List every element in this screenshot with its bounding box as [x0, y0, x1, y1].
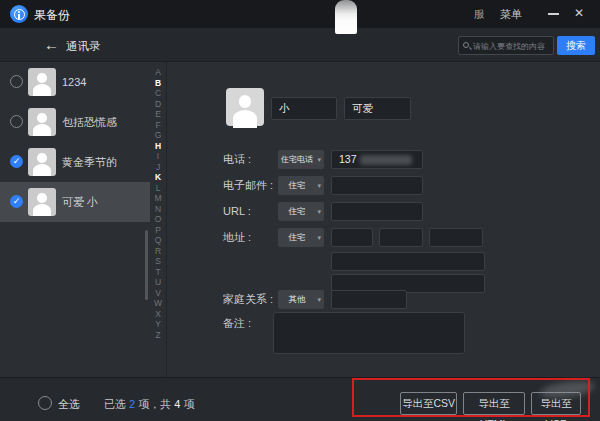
alphabet-letter-K[interactable]: K	[155, 172, 161, 183]
email-field[interactable]	[331, 176, 423, 195]
url-type-dropdown[interactable]: 住宅 ▾	[278, 202, 324, 221]
alphabet-letter-F[interactable]: F	[155, 120, 160, 131]
family-relation-field[interactable]	[331, 290, 407, 309]
chevron-down-icon: ▾	[317, 202, 321, 221]
contact-name: 可爱 小	[62, 182, 98, 222]
minimize-button[interactable]	[548, 13, 559, 15]
contact-row[interactable]: 包括恐慌感	[0, 102, 150, 142]
alphabet-letter-X[interactable]: X	[155, 309, 161, 320]
menu-item[interactable]: 菜单	[500, 7, 522, 22]
alphabet-letter-L[interactable]: L	[156, 183, 161, 194]
chevron-down-icon: ▾	[317, 290, 321, 309]
address-type-dropdown[interactable]: 住宅 ▾	[278, 228, 324, 247]
back-arrow-icon[interactable]: ←	[44, 36, 59, 53]
close-button[interactable]: ✕	[574, 6, 584, 20]
search-icon	[463, 42, 469, 48]
alphabet-letter-O[interactable]: O	[155, 214, 162, 225]
select-all-checkbox[interactable]	[38, 396, 52, 410]
notes-textarea[interactable]	[273, 312, 465, 354]
contact-detail-panel: 小 可爱 电话 : 住宅电话 ▾ 137 电子邮件 : 住宅 ▾ URL : 住…	[166, 62, 600, 377]
alphabet-letter-P[interactable]: P	[155, 225, 161, 236]
service-menu-item[interactable]: 服	[474, 7, 485, 22]
export-html-button[interactable]: 导出至HTML	[463, 392, 525, 415]
chevron-down-icon: ▾	[317, 176, 321, 195]
alphabet-letter-Y[interactable]: Y	[155, 319, 161, 330]
contact-avatar	[28, 68, 56, 96]
email-type-dropdown[interactable]: 住宅 ▾	[278, 176, 324, 195]
selection-summary: 已选 2 项，共 4 项	[104, 397, 195, 412]
alphabet-letter-S[interactable]: S	[155, 256, 161, 267]
contact-avatar	[28, 108, 56, 136]
alphabet-letter-H[interactable]: H	[155, 141, 161, 152]
contact-row[interactable]: 1234	[0, 62, 150, 102]
app-logo-icon	[10, 5, 28, 23]
chevron-down-icon: ▾	[317, 228, 321, 247]
chevron-down-icon: ▾	[317, 150, 321, 169]
footer-bar: 全选 已选 2 项，共 4 项 导出至CSV 导出至HTML 导出至VCF	[0, 377, 600, 421]
contact-row-selected[interactable]: ✓ 可爱 小	[0, 182, 150, 222]
contact-avatar	[28, 148, 56, 176]
contact-name: 1234	[62, 62, 86, 102]
alphabet-letter-D[interactable]: D	[155, 99, 161, 110]
alphabet-letter-Q[interactable]: Q	[155, 235, 162, 246]
contact-checkbox-checked[interactable]: ✓	[10, 195, 23, 208]
alphabet-letter-C[interactable]: C	[155, 88, 161, 99]
email-label: 电子邮件 :	[223, 176, 273, 195]
address-field-2[interactable]	[379, 228, 423, 247]
alphabet-letter-J[interactable]: J	[156, 162, 160, 173]
phone-field[interactable]: 137	[331, 150, 423, 169]
contact-list: 1234 包括恐慌感 ✓ 黄金季节的 ✓ 可爱 小	[0, 62, 150, 377]
contact-name: 包括恐慌感	[62, 102, 117, 142]
alphabet-letter-M[interactable]: M	[154, 193, 161, 204]
contact-checkbox[interactable]	[10, 115, 23, 128]
section-title: 通讯录	[66, 39, 101, 54]
search-placeholder: 请输入要查找的内容	[473, 41, 545, 52]
detail-avatar	[226, 88, 264, 126]
address-field-4[interactable]	[331, 252, 485, 271]
search-button[interactable]: 搜索	[557, 36, 595, 55]
given-name-field[interactable]: 小	[271, 97, 337, 120]
contact-checkbox[interactable]	[10, 75, 23, 88]
notes-label: 备注 :	[223, 314, 251, 333]
alphabet-letter-B[interactable]: B	[155, 78, 161, 89]
family-relation-label: 家庭关系 :	[223, 290, 273, 309]
contact-row[interactable]: ✓ 黄金季节的	[0, 142, 150, 182]
select-all-label: 全选	[58, 397, 80, 412]
url-field[interactable]	[331, 202, 423, 221]
contact-checkbox-checked[interactable]: ✓	[10, 155, 23, 168]
alphabet-letter-E[interactable]: E	[155, 109, 161, 120]
alphabet-letter-W[interactable]: W	[154, 298, 162, 309]
contact-name: 黄金季节的	[62, 142, 117, 182]
address-field-3[interactable]	[429, 228, 483, 247]
titlebar: 果备份 服 菜单 ✕	[0, 0, 600, 28]
redacted-phone-blur	[360, 155, 412, 165]
alphabet-letter-U[interactable]: U	[155, 277, 161, 288]
address-field-1[interactable]	[331, 228, 373, 247]
family-relation-dropdown[interactable]: 其他 ▾	[278, 290, 324, 309]
alphabet-letter-A[interactable]: A	[155, 67, 161, 78]
alphabet-letter-T[interactable]: T	[155, 267, 160, 278]
export-csv-button[interactable]: 导出至CSV	[400, 392, 457, 415]
search-input[interactable]: 请输入要查找的内容	[458, 36, 554, 55]
phone-type-dropdown[interactable]: 住宅电话 ▾	[278, 150, 324, 169]
toolbar: ← 通讯录 请输入要查找的内容 搜索	[0, 28, 600, 62]
phone-label: 电话 :	[223, 150, 251, 169]
alphabet-letter-Z[interactable]: Z	[155, 330, 160, 341]
alphabet-letter-N[interactable]: N	[155, 204, 161, 215]
scrollbar-thumb[interactable]	[145, 230, 148, 300]
address-label: 地址 :	[223, 228, 251, 247]
alphabet-letter-V[interactable]: V	[155, 288, 161, 299]
app-title: 果备份	[34, 7, 70, 24]
family-name-field[interactable]: 可爱	[344, 97, 411, 120]
alphabet-letter-R[interactable]: R	[155, 246, 161, 257]
url-label: URL :	[223, 202, 251, 221]
contact-avatar	[28, 188, 56, 216]
alphabet-letter-I[interactable]: I	[157, 151, 159, 162]
watermark-sticker	[335, 0, 357, 34]
alphabet-letter-G[interactable]: G	[155, 130, 162, 141]
alphabet-index[interactable]: ABCDEFGHIJKLMNOPQRSTUVWXYZ	[150, 62, 166, 377]
